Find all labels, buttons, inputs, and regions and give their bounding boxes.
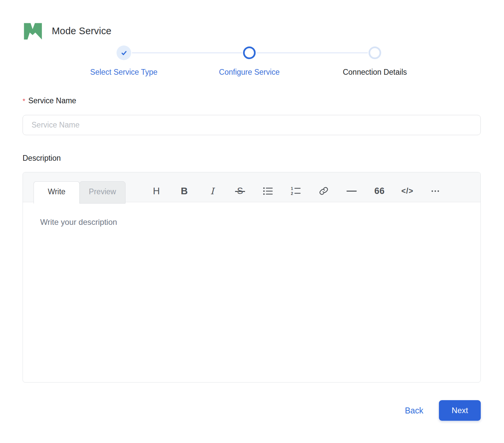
link-icon [319, 186, 328, 196]
tab-preview[interactable]: Preview [79, 181, 126, 204]
step-completed-icon[interactable] [117, 45, 131, 60]
heading-icon: H [153, 186, 160, 197]
service-name-label: *Service Name [23, 96, 76, 105]
description-label: Description [23, 154, 61, 163]
editor-write-pane [23, 203, 480, 382]
italic-icon: I [210, 186, 214, 196]
quote-button[interactable]: 66 [366, 180, 393, 202]
italic-button[interactable]: I [198, 180, 226, 202]
configure-service-page: Mode Service Select Service Type Configu… [0, 0, 504, 443]
svg-text:2: 2 [291, 191, 293, 196]
quote-icon: 66 [374, 186, 384, 196]
editor-toolbar: H B I S [142, 180, 449, 202]
horizontal-rule-button[interactable] [338, 180, 366, 202]
next-button[interactable]: Next [439, 400, 481, 421]
code-button[interactable]: </> [393, 180, 421, 202]
description-textarea[interactable] [23, 203, 480, 382]
step-label-connection-details[interactable]: Connection Details [343, 68, 407, 77]
editor-tabs: Write Preview [34, 181, 126, 204]
bold-icon: B [181, 186, 188, 197]
wizard-stepper: Select Service Type Configure Service Co… [61, 42, 438, 79]
stepper-connector-1 [132, 52, 242, 53]
more-button[interactable] [421, 180, 449, 202]
unordered-list-button[interactable] [254, 180, 282, 202]
step-upcoming-icon[interactable] [369, 46, 381, 59]
strikethrough-button[interactable]: S [226, 180, 254, 202]
check-icon [120, 49, 128, 57]
bold-button[interactable]: B [170, 180, 198, 202]
service-name-label-text: Service Name [28, 96, 76, 105]
code-icon: </> [401, 187, 413, 196]
step-active-icon[interactable] [243, 46, 256, 59]
required-marker: * [23, 97, 25, 105]
stepper-connector-2 [256, 52, 368, 53]
ellipsis-icon [431, 187, 440, 196]
step-label-configure-service[interactable]: Configure Service [219, 68, 280, 77]
svg-text:1: 1 [291, 186, 293, 191]
unordered-list-icon [263, 187, 273, 196]
mode-logo-icon [22, 21, 42, 41]
back-button[interactable]: Back [405, 406, 423, 415]
wizard-actions: Back Next [405, 400, 481, 421]
service-name-input[interactable] [23, 115, 481, 135]
strikethrough-icon: S [237, 186, 243, 196]
tab-write[interactable]: Write [34, 181, 80, 204]
ordered-list-icon: 1 2 [291, 186, 301, 196]
markdown-editor: Write Preview H B I S [23, 172, 481, 383]
ordered-list-button[interactable]: 1 2 [282, 180, 310, 202]
page-title: Mode Service [52, 26, 112, 37]
heading-button[interactable]: H [142, 180, 170, 202]
brand-header: Mode Service [22, 21, 112, 41]
horizontal-rule-icon [346, 187, 357, 196]
link-button[interactable] [310, 180, 338, 202]
step-label-select-service-type[interactable]: Select Service Type [90, 68, 158, 77]
